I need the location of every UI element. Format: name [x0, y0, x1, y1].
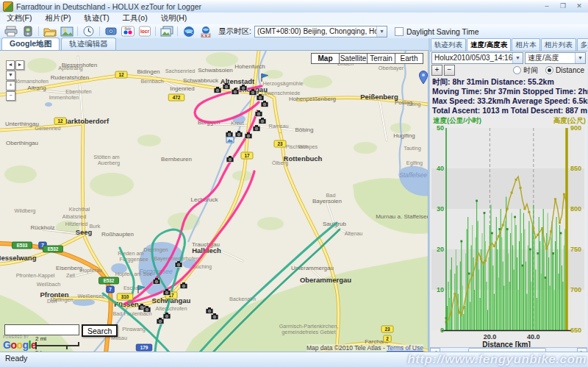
menu-item[interactable]: 轨迹(T)	[77, 13, 115, 24]
svg-text:locr: locr	[140, 29, 149, 34]
camera-marker[interactable]	[163, 313, 171, 319]
print-icon[interactable]	[3, 25, 18, 38]
camera-marker[interactable]	[143, 306, 151, 313]
camera-marker[interactable]	[226, 131, 233, 138]
chevron-down-icon[interactable]: ▼	[376, 26, 387, 37]
import-photo-icon[interactable]	[59, 25, 74, 38]
camera-marker[interactable]	[175, 261, 182, 268]
right-tab-2[interactable]: 相片本	[512, 38, 540, 51]
camera-marker[interactable]	[232, 88, 239, 95]
camera-marker[interactable]	[180, 282, 187, 289]
search-input[interactable]	[4, 324, 79, 335]
tab-track-editor[interactable]: 轨迹编辑器	[61, 38, 116, 50]
map-attribution: Map data ©2010 Tele Atlas - Terms of Use	[306, 344, 423, 352]
slideshow-icon[interactable]	[159, 25, 174, 38]
zoom-out-map-button[interactable]: −	[6, 91, 15, 101]
read-device-icon[interactable]	[20, 25, 35, 38]
map-label: Staffelsee	[399, 171, 427, 179]
map-svg[interactable]: BiessenhofenHörmanshofenApfeltrangRudera…	[0, 51, 429, 354]
map-type-map[interactable]: Map	[311, 53, 340, 64]
camera-marker[interactable]	[226, 156, 234, 163]
svg-text:750: 750	[570, 246, 581, 253]
camera-marker[interactable]	[206, 307, 213, 314]
radio-distance-dot[interactable]	[545, 66, 553, 74]
radio-time-dot[interactable]	[513, 66, 521, 74]
map-label: Hopferau	[80, 267, 102, 274]
menu-item[interactable]: 说明(H)	[154, 13, 194, 24]
camera-marker[interactable]	[245, 132, 252, 139]
status-bar: Ready	[0, 352, 588, 367]
webcam-icon[interactable]	[103, 25, 118, 38]
terms-of-use-link[interactable]: Terms of Use	[387, 344, 423, 352]
timezone-select[interactable]: (GMT+08:00) Beijing, Chongqing, Ho ▼	[254, 26, 387, 38]
svg-text:12: 12	[57, 118, 63, 124]
map-type-satellite[interactable]: Satellite	[339, 53, 368, 64]
google-logo-letter: g	[23, 339, 29, 351]
camera-marker[interactable]	[235, 131, 243, 138]
camera-marker[interactable]	[255, 110, 262, 117]
zoom-out-button[interactable]: −	[444, 65, 455, 76]
svg-text:K M Z: K M Z	[201, 33, 210, 37]
time-shift-icon[interactable]	[81, 25, 96, 38]
camera-marker[interactable]	[261, 101, 268, 107]
menu-item[interactable]: 文档(F)	[0, 13, 38, 24]
camera-marker[interactable]	[253, 125, 260, 132]
camera-marker[interactable]	[223, 83, 230, 90]
right-tab-3[interactable]: 相片列表	[541, 38, 576, 51]
radio-distance[interactable]: Distance	[545, 66, 584, 74]
map-label: Zell	[66, 272, 75, 279]
map-type-terrain[interactable]: Terrain	[367, 53, 395, 64]
radio-time[interactable]: 时间	[513, 65, 538, 76]
map-type-earth[interactable]: Earth	[395, 53, 423, 64]
export-kmz-icon[interactable]: K M Z	[198, 25, 213, 38]
scale-miles: 2 mi	[35, 335, 46, 342]
close-button[interactable]: ✕	[574, 2, 584, 10]
camera-marker[interactable]	[211, 313, 218, 320]
right-tab-1[interactable]: 速度/高度表	[467, 38, 511, 51]
camera-marker[interactable]	[240, 85, 247, 91]
zoom-in-button[interactable]: +	[431, 65, 442, 76]
right-tab-4[interactable]: 多媒体列表	[577, 38, 588, 51]
camera-marker[interactable]	[157, 318, 164, 324]
menu-item[interactable]: 相片(P)	[38, 13, 77, 24]
chevron-down-icon[interactable]: ▼	[575, 53, 585, 63]
svg-text:472: 472	[173, 95, 181, 100]
locr-icon[interactable]: locr	[137, 25, 152, 38]
camera-marker[interactable]	[259, 118, 266, 124]
pan-right-button[interactable]: ►	[15, 60, 24, 70]
dst-checkbox[interactable]	[395, 27, 404, 36]
search-button[interactable]: Search	[82, 324, 118, 337]
pan-down-button[interactable]: ▼	[6, 71, 15, 80]
track-select[interactable]: Holux2010/05/03_14:16 ▼	[431, 52, 523, 64]
chevron-down-icon[interactable]: ▼	[512, 53, 523, 63]
maximize-button[interactable]: ❐	[558, 2, 568, 10]
map-label: Burk	[89, 223, 100, 229]
map-canvas[interactable]: BiessenhofenHörmanshofenApfeltrangRudera…	[0, 51, 429, 354]
camera-marker[interactable]	[153, 278, 160, 285]
menu-item[interactable]: 工具(o)	[116, 13, 154, 24]
zoom-in-map-button[interactable]: +	[6, 81, 15, 90]
dst-label: Daylight Saving Time	[406, 27, 479, 36]
chart-svg[interactable]: 0102030405065070075080085090020.040.0Dis…	[430, 124, 587, 347]
minimize-button[interactable]: –	[542, 2, 552, 10]
map-label: Kreut	[231, 120, 243, 127]
photo-thumbnail-marker[interactable]	[226, 137, 234, 143]
speed-altitude-chart[interactable]: 0102030405065070075080085090020.040.0Dis…	[430, 124, 587, 347]
open-file-icon[interactable]	[42, 25, 57, 38]
map-label: Hitzleried	[65, 221, 87, 227]
svg-text:E533: E533	[17, 243, 28, 248]
view-mode-select[interactable]: 速度/高度 ▼	[525, 52, 586, 64]
svg-text:23: 23	[277, 141, 283, 146]
pan-left-button[interactable]: ◄	[6, 60, 15, 70]
svg-text:40: 40	[437, 165, 444, 172]
camera-marker[interactable]	[214, 87, 221, 93]
google-earth-icon[interactable]	[181, 25, 196, 38]
right-tab-0[interactable]: 轨迹列表	[431, 38, 466, 51]
flickr-icon[interactable]: flickr	[120, 25, 135, 38]
camera-marker[interactable]	[249, 89, 257, 96]
camera-marker[interactable]	[257, 94, 264, 101]
tab-google-map[interactable]: Google地图	[1, 38, 60, 50]
camera-marker[interactable]	[163, 289, 171, 296]
map-label: Bernbeuren	[161, 156, 192, 163]
map-label: Marktoberdorf	[62, 117, 110, 125]
